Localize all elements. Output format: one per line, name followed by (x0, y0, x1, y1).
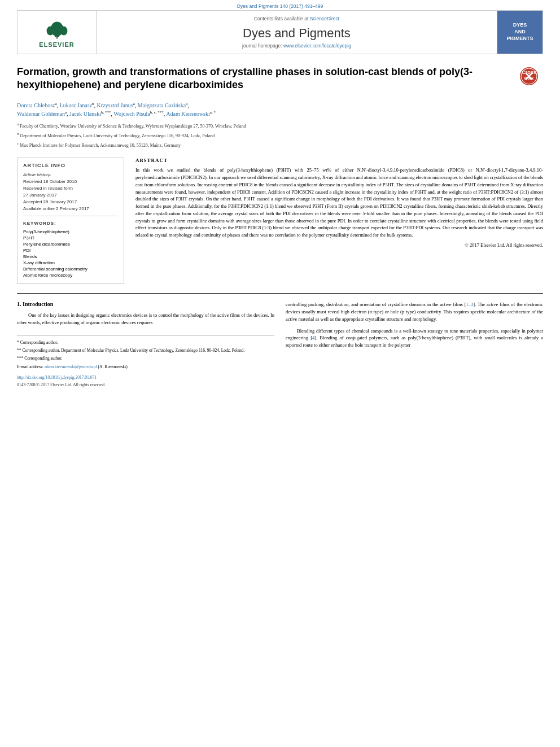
author-gazinska: Małgorzata Gazińska (138, 102, 186, 108)
email-suffix-text: (A. Kiersnowski). (98, 364, 129, 369)
copyright-line: © 2017 Elsevier Ltd. All rights reserved… (135, 242, 543, 248)
history-label-text: Article history: (23, 172, 51, 177)
crossmark-badge: Cross Mark (509, 65, 543, 88)
author-janasz: Łukasz Janasz (60, 102, 92, 108)
cite-1-3[interactable]: 1–3 (466, 302, 474, 307)
intro-para2: controlling packing, distribution, and o… (286, 301, 543, 322)
keyword-4: PDI (23, 248, 118, 253)
footnote-email: E-mail address: adam.kiersnowski@pwr.edu… (17, 364, 274, 370)
author-janus: Krzysztof Janus (97, 102, 133, 108)
affil-b: b Department of Molecular Physics, Lodz … (17, 131, 543, 139)
top-bar: Dyes and Pigments 140 (2017) 491–499 (0, 0, 560, 10)
email-label-text: E-mail address: (17, 364, 43, 369)
keyword-3: Perylene dicarboximide (23, 242, 118, 247)
keyword-7: Differential scanning calorimetry (23, 267, 118, 272)
author-pisula: Wojciech Pisula (113, 111, 150, 117)
article-title: Formation, growth and transformations of… (17, 65, 543, 92)
affil-a: a Faculty of Chemistry, Wroclaw Universi… (17, 121, 543, 130)
article-info-abstract-section: ARTICLE INFO Article history: Received 1… (17, 158, 543, 284)
accepted-text: Accepted 28 January 2017 (23, 199, 77, 204)
keyword-2: P3HT (23, 235, 118, 241)
article-title-text: Formation, growth and transformations of… (17, 66, 473, 90)
intro-para2-text: controlling packing, distribution, and o… (286, 302, 543, 322)
revised-label-line: Received in revised form (23, 185, 118, 191)
main-section-divider (17, 293, 543, 294)
article-content: Formation, growth and transformations of… (17, 54, 543, 388)
abstract-title: ABSTRACT (135, 158, 543, 163)
keyword-5: Blends (23, 254, 118, 259)
received-line: Received 18 October 2016 (23, 178, 118, 184)
left-column: ARTICLE INFO Article history: Received 1… (17, 158, 124, 284)
authors-line: Dorota Chlebosza, Łukasz Janaszb, Krzysz… (17, 101, 543, 119)
author-goldeman: Waldemar Goldeman (17, 111, 65, 117)
body-right-col: controlling packing, distribution, and o… (286, 301, 543, 388)
science-direct-link[interactable]: ScienceDirect (310, 16, 339, 21)
affil-b-text: Department of Molecular Physics, Lodz Un… (20, 133, 215, 138)
article-info-title: ARTICLE INFO (23, 163, 118, 168)
elsevier-logo-section: ELSEVIER (18, 11, 97, 54)
svg-point-2 (46, 27, 54, 36)
right-column: ABSTRACT In this work we studied the ble… (135, 158, 543, 284)
elsevier-tree-icon (40, 16, 74, 39)
abstract-text: In this work we studied the blends of po… (135, 167, 543, 239)
accepted-line: Accepted 28 January 2017 (23, 199, 118, 204)
keyword-1: Poly(3-hexylthiophene) (23, 229, 118, 234)
intro-para1: One of the key issues in designing organ… (17, 312, 274, 326)
journal-title-section: Contents lists available at ScienceDirec… (97, 11, 497, 54)
revised-date-line: 27 January 2017 (23, 192, 118, 198)
journal-homepage-line: journal homepage: www.elsevier.com/locat… (242, 43, 351, 49)
keywords-title: Keywords: (23, 221, 118, 226)
article-info-box: ARTICLE INFO Article history: Received 1… (17, 158, 124, 284)
author-chlebosz: Dorota Chlebosz (17, 102, 55, 108)
dyes-pigments-label: DYESANDPIGMENTS (506, 22, 533, 42)
footnotes-area: * Corresponding author. ** Corresponding… (17, 335, 274, 388)
revised-date-text: 27 January 2017 (23, 193, 57, 198)
author-ulanski: Jacek Ulanski (69, 111, 101, 117)
issn-line: 0143-7208/© 2017 Elsevier Ltd. All right… (17, 382, 274, 388)
cite-4[interactable]: 4 (312, 335, 314, 340)
article-history-label: Article history: (23, 172, 118, 177)
online-text: Available online 2 February 2017 (23, 206, 89, 211)
journal-header: ELSEVIER Contents lists available at Sci… (17, 10, 543, 54)
intro-para1-text: One of the key issues in designing organ… (17, 312, 274, 325)
intro-para3-text: Blending different types of chemical com… (286, 328, 543, 348)
journal-ref: Dyes and Pigments 140 (2017) 491–499 (237, 3, 323, 9)
crossmark-icon: Cross Mark (512, 66, 540, 88)
elsevier-text: ELSEVIER (39, 41, 74, 48)
affil-c-text: Max Planck Institute for Polymer Researc… (20, 142, 181, 147)
body-left-col: 1. Introduction One of the key issues in… (17, 301, 274, 388)
affiliations: a Faculty of Chemistry, Wroclaw Universi… (17, 121, 543, 148)
body-columns: 1. Introduction One of the key issues in… (17, 301, 543, 388)
contents-available-line: Contents lists available at ScienceDirec… (254, 16, 339, 21)
doi-line[interactable]: http://dx.doi.org/10.1016/j.dyepig.2017.… (17, 374, 274, 381)
footnote-star1: * Corresponding author. (17, 339, 274, 346)
author-kiersnowski: Adam Kiersnowski (166, 111, 210, 117)
online-line: Available online 2 February 2017 (23, 206, 118, 211)
footnote-star3: *** Corresponding author. (17, 355, 274, 361)
elsevier-logo: ELSEVIER (39, 16, 74, 48)
svg-point-3 (60, 27, 67, 36)
intro-para3: Blending different types of chemical com… (286, 327, 543, 349)
journal-title-main: Dyes and Pigments (243, 26, 351, 41)
footnote-star2: ** Corresponding author. Department of M… (17, 347, 274, 353)
keywords-section: Keywords: Poly(3-hexylthiophene) P3HT Pe… (23, 221, 118, 278)
email-link[interactable]: adam.kiersnowski@pwr.edu.pl (45, 364, 97, 369)
revised-label-text: Received in revised form (23, 186, 73, 191)
homepage-url[interactable]: www.elsevier.com/locate/dyepig (283, 43, 351, 49)
info-divider (23, 216, 118, 216)
keyword-8: Atomic force microscopy (23, 273, 118, 278)
journal-logo-box: DYESANDPIGMENTS (497, 11, 542, 54)
introduction-heading: 1. Introduction (17, 301, 274, 307)
affil-a-text: Faculty of Chemistry, Wroclaw University… (20, 124, 246, 129)
keyword-6: X-ray diffraction (23, 260, 118, 265)
received-text: Received 18 October 2016 (23, 179, 77, 184)
affil-c: c Max Planck Institute for Polymer Resea… (17, 141, 543, 149)
